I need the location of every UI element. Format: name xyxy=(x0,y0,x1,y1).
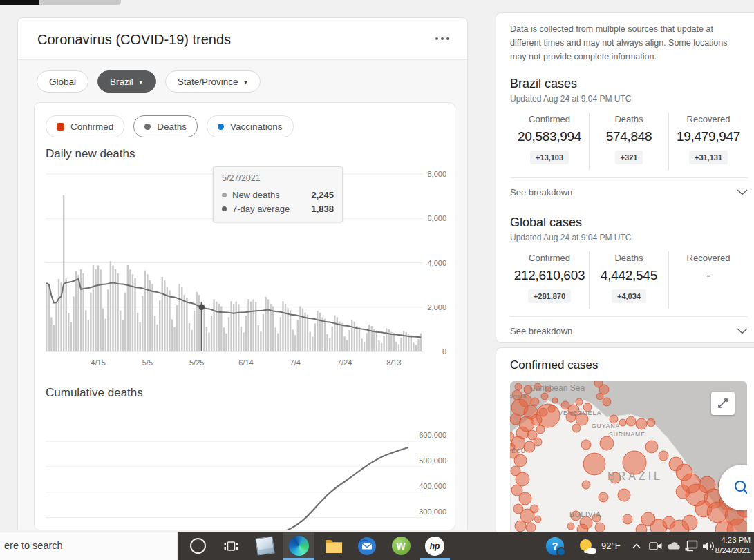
filter-state-province-dropdown[interactable]: State/Province ▼ xyxy=(165,70,261,93)
cases-map[interactable]: Caribbean Sea AGUA VENEZUELA GUYANA SURI… xyxy=(510,381,747,540)
svg-text:5/5: 5/5 xyxy=(142,358,153,367)
network-button[interactable] xyxy=(683,532,701,560)
edge-browser-button[interactable] xyxy=(283,532,314,560)
notepad-icon xyxy=(255,536,274,555)
global-stats-row: Confirmed 212,610,603 +281,870 Deaths 4,… xyxy=(510,251,748,309)
hp-icon: hp xyxy=(425,537,444,556)
scope-filter-row: Global Brazil ▼ State/Province ▼ xyxy=(37,70,261,93)
data-disclaimer: Data is collected from multiple sources … xyxy=(510,22,742,64)
confirmed-marker-icon xyxy=(57,123,64,131)
cumulative-deaths-chart[interactable]: 600,000500,000400,000300,000 xyxy=(35,405,455,530)
tooltip-date: 5/27/2021 xyxy=(222,173,334,183)
tooltip-row-7day-average: 7-day average 1,838 xyxy=(222,202,334,215)
global-deaths-stat: Deaths 4,442,545 +4,034 xyxy=(589,251,668,309)
map-card-title: Confirmed cases xyxy=(510,358,754,372)
cases-summary-card: Data is collected from multiple sources … xyxy=(496,12,754,343)
brazil-confirmed-stat: Confirmed 20,583,994 +13,103 xyxy=(510,113,589,170)
cortana-button[interactable] xyxy=(182,532,213,560)
svg-text:300,000: 300,000 xyxy=(419,508,446,516)
ethernet-network-icon xyxy=(684,538,700,554)
windows-taskbar: ere to search W hp ? xyxy=(0,532,754,560)
taskbar-clock[interactable]: 4:23 PM 8/24/2021 xyxy=(709,535,751,556)
svg-text:7/24: 7/24 xyxy=(337,358,352,367)
filter-country-dropdown[interactable]: Brazil ▼ xyxy=(97,70,156,93)
browser-tab-strip-dark xyxy=(0,0,39,5)
brazil-cases-title: Brazil cases xyxy=(510,77,754,91)
edge-icon xyxy=(289,536,309,556)
svg-text:8,000: 8,000 xyxy=(427,170,446,178)
chevron-down-icon xyxy=(737,189,748,195)
toggle-confirmed[interactable]: Confirmed xyxy=(46,115,124,137)
card-body: Global Brazil ▼ State/Province ▼ Confirm… xyxy=(18,60,467,530)
delta-badge: +13,103 xyxy=(530,151,569,164)
folder-icon xyxy=(325,539,343,554)
webroot-icon: W xyxy=(392,537,411,555)
brazil-deaths-stat: Deaths 574,848 +321 xyxy=(589,113,668,170)
svg-text:600,000: 600,000 xyxy=(419,431,446,439)
metric-toggle-row: Confirmed Deaths Vaccinations xyxy=(46,115,294,137)
onedrive-cloud-icon xyxy=(666,538,682,554)
delta-badge: +31,131 xyxy=(689,151,728,164)
meet-now-camera-icon xyxy=(648,538,664,554)
global-confirmed-stat: Confirmed 212,610,603 +281,870 xyxy=(510,251,589,309)
global-cases-section: Global cases Updated Aug 24 at 9:04 PM U… xyxy=(510,215,754,345)
brazil-recovered-stat: Recovered 19,479,947 +31,131 xyxy=(668,113,748,170)
svg-text:7/4: 7/4 xyxy=(290,358,301,367)
help-question-icon: ? xyxy=(546,537,564,555)
taskbar-weather-button[interactable]: 92°F xyxy=(576,532,625,560)
chevron-up-icon xyxy=(630,540,643,552)
svg-text:0: 0 xyxy=(442,347,446,356)
tooltip-row-new-deaths: New deaths 2,245 xyxy=(222,188,334,202)
brazil-see-breakdown[interactable]: See breakdown xyxy=(510,177,748,206)
card-header: Coronavirus (COVID-19) trends xyxy=(18,18,467,60)
confirmed-cases-map-card: Confirmed cases Caribbean Sea AGUA VENEZ… xyxy=(496,347,754,534)
task-view-button[interactable] xyxy=(216,532,246,560)
svg-text:4/15: 4/15 xyxy=(91,358,105,367)
thunderbird-button[interactable] xyxy=(352,532,382,560)
delta-badge: +321 xyxy=(615,151,643,164)
svg-text:6,000: 6,000 xyxy=(427,214,446,222)
toggle-vaccinations[interactable]: Vaccinations xyxy=(207,115,294,137)
taskbar-search-input[interactable]: ere to search xyxy=(0,532,178,560)
brazil-updated-timestamp: Updated Aug 24 at 9:04 PM UTC xyxy=(510,94,754,104)
file-explorer-button[interactable] xyxy=(319,532,349,560)
vaccinations-marker-icon xyxy=(218,124,224,130)
map-expand-button[interactable] xyxy=(711,392,735,415)
svg-text:500,000: 500,000 xyxy=(419,456,446,465)
svg-text:5/25: 5/25 xyxy=(189,358,204,367)
brazil-stats-row: Confirmed 20,583,994 +13,103 Deaths 574,… xyxy=(510,113,748,170)
global-see-breakdown[interactable]: See breakdown xyxy=(510,316,748,345)
deaths-marker-icon xyxy=(144,124,151,130)
page-title: Coronavirus (COVID-19) trends xyxy=(37,18,448,61)
chevron-down-icon: ▼ xyxy=(138,79,144,86)
svg-text:8/13: 8/13 xyxy=(386,358,401,367)
new-deaths-dot-icon xyxy=(222,193,227,197)
delta-badge: +281,870 xyxy=(528,289,571,303)
expand-arrows-icon xyxy=(716,396,730,410)
cumulative-deaths-chart-title: Cumulative deaths xyxy=(46,386,143,400)
thunderbird-icon xyxy=(357,537,377,556)
meet-now-button[interactable] xyxy=(646,532,665,560)
onedrive-button[interactable] xyxy=(665,532,683,560)
seven-day-average-dot-icon xyxy=(222,206,227,211)
cortana-icon xyxy=(190,538,206,554)
svg-text:6/14: 6/14 xyxy=(238,358,253,367)
filter-global-button[interactable]: Global xyxy=(37,70,88,93)
help-app-button[interactable]: ? xyxy=(540,532,570,560)
delta-badge: +4,034 xyxy=(612,289,646,303)
more-options-button[interactable] xyxy=(435,37,449,40)
webroot-button[interactable]: W xyxy=(386,532,416,560)
charts-card: Confirmed Deaths Vaccinations Daily new … xyxy=(34,102,455,530)
notes-app-button[interactable] xyxy=(249,532,280,560)
tray-overflow-button[interactable] xyxy=(628,532,645,560)
task-view-icon xyxy=(223,538,239,554)
browser-tab-strip-light xyxy=(39,0,121,5)
svg-text:2,000: 2,000 xyxy=(427,303,446,311)
chart-tooltip: 5/27/2021 New deaths 2,245 7-day average… xyxy=(213,166,343,222)
global-updated-timestamp: Updated Aug 24 at 9:04 PM UTC xyxy=(510,233,754,242)
hp-app-button[interactable]: hp xyxy=(420,532,450,560)
toggle-deaths[interactable]: Deaths xyxy=(133,115,198,137)
global-recovered-stat: Recovered - xyxy=(668,251,748,309)
weather-sun-cloud-icon xyxy=(580,538,596,554)
chevron-down-icon xyxy=(737,328,748,334)
